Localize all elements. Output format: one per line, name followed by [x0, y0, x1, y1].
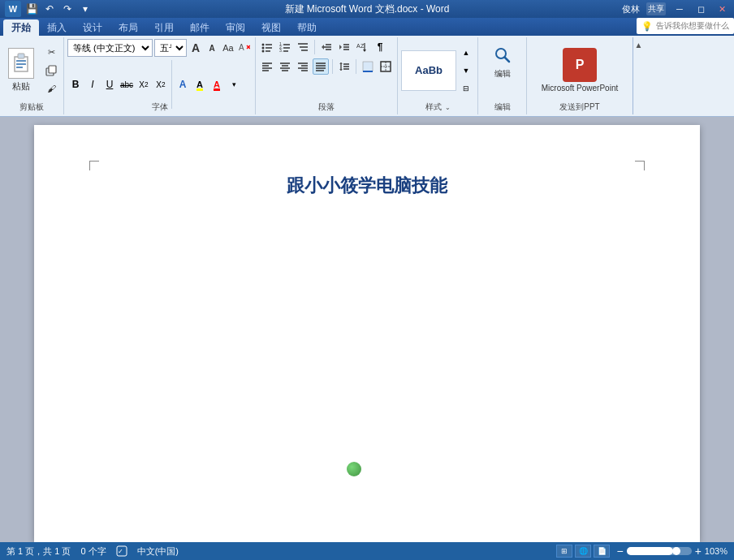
- align-right-btn[interactable]: [295, 58, 311, 75]
- font-color-dropdown[interactable]: ▾: [226, 76, 242, 93]
- styles-up-btn[interactable]: ▲: [458, 45, 474, 61]
- para-row1: 1.2.3. AZ ¶: [259, 39, 394, 57]
- zoom-slider[interactable]: [627, 547, 692, 555]
- svg-marker-55: [339, 69, 343, 71]
- svg-marker-25: [322, 45, 324, 50]
- margin-indicator-tl: [89, 161, 99, 170]
- font-size-select[interactable]: 五号: [154, 39, 187, 57]
- customize-quick-btn[interactable]: ▾: [78, 2, 93, 16]
- increase-indent-btn[interactable]: [336, 39, 352, 55]
- text-effect-btn[interactable]: A: [175, 76, 191, 93]
- tab-design[interactable]: 设计: [75, 19, 110, 36]
- align-left-btn[interactable]: [259, 58, 275, 75]
- styles-expand-icon[interactable]: ⌄: [445, 104, 451, 111]
- doc-area: 跟小小筱学电脑技能: [0, 117, 734, 542]
- tab-home[interactable]: 开始: [3, 19, 39, 36]
- document-page[interactable]: 跟小小筱学电脑技能: [34, 125, 700, 542]
- cut-button[interactable]: ✂: [42, 45, 60, 61]
- cursor-indicator: [347, 462, 361, 476]
- grow-font-btn[interactable]: A: [188, 41, 203, 55]
- para-row2: [259, 58, 394, 76]
- svg-rect-4: [16, 67, 23, 68]
- line-spacing-btn[interactable]: [336, 58, 352, 75]
- show-marks-btn[interactable]: ¶: [372, 39, 388, 55]
- save-quick-btn[interactable]: 💾: [24, 2, 39, 16]
- margin-indicator-tr: [635, 161, 645, 170]
- styles-box[interactable]: AaBb: [401, 50, 456, 91]
- tab-help[interactable]: 帮助: [289, 19, 325, 36]
- status-left: 第 1 页，共 1 页 0 个字 ✓ 中文(中国): [6, 545, 179, 558]
- borders-btn[interactable]: [378, 58, 394, 75]
- bold-btn[interactable]: B: [67, 76, 84, 93]
- superscript-btn[interactable]: X2: [153, 76, 169, 93]
- highlight-color-btn[interactable]: A: [192, 76, 208, 93]
- find-btn[interactable]: 编辑: [490, 42, 516, 80]
- zoom-out-btn[interactable]: −: [616, 545, 623, 558]
- copy-button[interactable]: [42, 62, 60, 79]
- styles-group: AaBb ▲ ▼ ⊟ 样式 ⌄: [398, 37, 478, 114]
- paragraph-label: 段落: [256, 101, 397, 113]
- print-layout-btn[interactable]: ⊞: [556, 545, 572, 558]
- shading-btn[interactable]: [360, 58, 376, 75]
- tab-insert[interactable]: 插入: [39, 19, 75, 36]
- zoom-level: 103%: [705, 546, 728, 556]
- svg-rect-59: [363, 62, 373, 71]
- styles-label: 样式: [425, 101, 442, 113]
- ribbon-tabs: 开始 插入 设计 布局 引用 邮件 审阅 视图 帮助 💡 告诉我你想要做什么: [0, 18, 734, 36]
- svg-text:A: A: [239, 43, 244, 52]
- redo-quick-btn[interactable]: ↷: [60, 2, 75, 16]
- multilevel-btn[interactable]: [295, 39, 311, 55]
- subscript-btn[interactable]: X2: [136, 76, 152, 93]
- italic-btn[interactable]: I: [84, 76, 101, 93]
- paste-label: 粘贴: [12, 80, 30, 93]
- ask-bar[interactable]: 💡 告诉我你想要做什么: [637, 18, 734, 34]
- shrink-font-btn[interactable]: A: [205, 41, 219, 55]
- svg-point-14: [262, 50, 265, 53]
- read-view-btn[interactable]: 📄: [594, 545, 610, 558]
- underline-btn[interactable]: U: [101, 76, 118, 93]
- clipboard-label: 剪贴板: [0, 101, 63, 113]
- paste-button[interactable]: 粘贴: [3, 44, 39, 97]
- styles-more-btn[interactable]: ⊟: [458, 80, 474, 97]
- spell-check-icon[interactable]: ✓: [116, 545, 127, 557]
- minimize-btn[interactable]: ─: [672, 3, 687, 15]
- restore-btn[interactable]: ◻: [693, 3, 708, 15]
- strikethrough-btn[interactable]: abc: [119, 76, 135, 93]
- ppt-btn[interactable]: P Microsoft PowerPoint: [542, 48, 618, 93]
- font-group: 等线 (中文正文) 五号 A A Aa A B I U abc X2 X2: [64, 37, 256, 114]
- paste-icon: [8, 48, 34, 79]
- tab-layout[interactable]: 布局: [110, 19, 146, 36]
- ribbon-collapse-btn[interactable]: ▲: [633, 37, 644, 114]
- tab-mailings[interactable]: 邮件: [182, 19, 218, 36]
- page-content: 跟小小筱学电脑技能: [91, 174, 643, 198]
- font-family-select[interactable]: 等线 (中文正文): [67, 39, 153, 57]
- tab-view[interactable]: 视图: [253, 19, 289, 36]
- web-view-btn[interactable]: 🌐: [575, 545, 591, 558]
- clipboard-group: 粘贴 ✂ 🖌 剪贴板: [0, 37, 64, 114]
- tab-references[interactable]: 引用: [146, 19, 182, 36]
- editing-group: 编辑 编辑: [478, 37, 527, 114]
- styles-down-btn[interactable]: ▼: [458, 62, 474, 79]
- align-center-btn[interactable]: [277, 58, 293, 75]
- font-color-btn[interactable]: A: [209, 76, 225, 93]
- zoom-slider-fill: [627, 547, 674, 555]
- numbering-btn[interactable]: 1.2.3.: [277, 39, 293, 55]
- word-icon: W: [5, 1, 21, 17]
- share-btn[interactable]: 共享: [646, 2, 666, 15]
- change-case-btn[interactable]: Aa: [221, 41, 235, 55]
- format-painter-button[interactable]: 🖌: [42, 80, 60, 97]
- undo-quick-btn[interactable]: ↶: [42, 2, 57, 16]
- tab-review[interactable]: 审阅: [218, 19, 253, 36]
- svg-point-10: [262, 44, 265, 46]
- document-title[interactable]: 跟小小筱学电脑技能: [91, 174, 643, 198]
- close-btn[interactable]: ✕: [715, 3, 729, 15]
- sort-btn[interactable]: AZ: [354, 39, 370, 55]
- decrease-indent-btn[interactable]: [318, 39, 335, 55]
- ask-bar-text: 告诉我你想要做什么: [656, 20, 729, 32]
- zoom-in-btn[interactable]: +: [695, 545, 702, 558]
- justify-btn[interactable]: [313, 58, 329, 75]
- ppt-group-label: 发送到PPT: [527, 101, 633, 113]
- bullets-btn[interactable]: [259, 39, 275, 55]
- clear-format-btn[interactable]: A: [237, 41, 252, 55]
- clipboard-small: ✂ 🖌: [42, 45, 60, 97]
